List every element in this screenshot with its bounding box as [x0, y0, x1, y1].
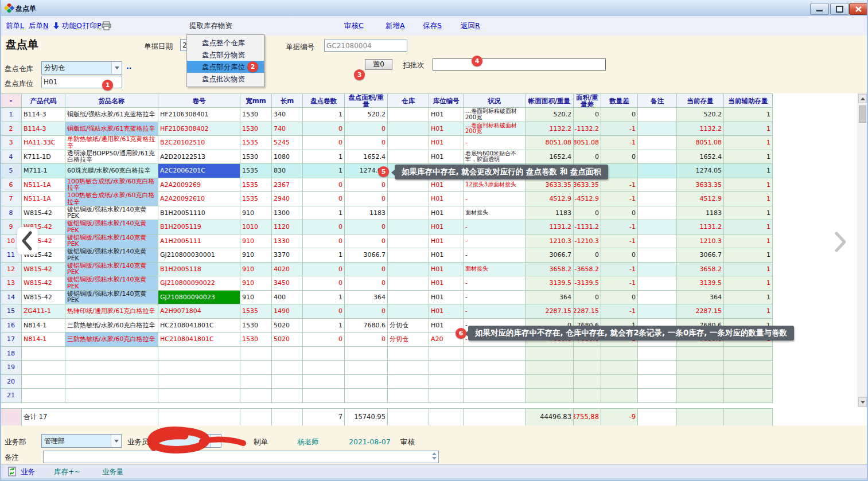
back-button[interactable]: 返回R — [461, 21, 480, 31]
cell-area[interactable]: 0 — [345, 122, 388, 136]
table-row[interactable]: 4K711-1D透明涂层BOPP50/通用胶/61克白格拉辛A2D2012251… — [0, 150, 773, 165]
cell-qd[interactable]: -1 — [601, 178, 638, 193]
cell-qty[interactable]: 0 — [303, 333, 345, 347]
table-row[interactable]: 14W815-42镀铝铜版/强粘水胶/140克黄PEKGJ21080009002… — [0, 291, 773, 305]
cell-roll[interactable]: A2A2009269 — [158, 178, 240, 193]
cell-w[interactable]: 1010 — [240, 220, 272, 234]
cell-book[interactable]: 3066.7 — [526, 248, 574, 263]
cell-aux[interactable] — [724, 347, 773, 361]
cell-roll[interactable]: B1H2005118 — [158, 263, 240, 277]
cell-l[interactable]: 5020 — [272, 319, 303, 333]
cell-wh[interactable] — [388, 389, 429, 403]
cell-l[interactable]: 830 — [272, 164, 303, 178]
total-wh[interactable] — [388, 409, 429, 426]
cell-st[interactable]: - — [464, 276, 526, 291]
cell-code[interactable]: N814-1 — [22, 333, 65, 347]
cell-l[interactable]: 1300 — [272, 206, 303, 221]
table-row[interactable]: 6N511-1A100热敏合成纸/水胶/60克白格拉辛A2A2009269153… — [0, 178, 773, 193]
cell-area[interactable]: 0 — [345, 276, 388, 291]
cell-qd[interactable] — [601, 361, 638, 375]
column-header[interactable]: 帐面面积/重量 — [526, 93, 574, 108]
table-row[interactable]: 8W815-42镀铝铜版/强粘水胶/140克黄PEKB1H20051110910… — [0, 206, 773, 221]
cell-w[interactable] — [240, 361, 272, 375]
cell-n[interactable]: 2 — [1, 122, 22, 136]
cell-qty[interactable]: 0 — [303, 122, 345, 136]
cell-area[interactable]: 0 — [345, 263, 388, 277]
column-header[interactable]: 长m — [272, 93, 303, 108]
cell-area[interactable]: 0 — [345, 178, 388, 193]
cell-aux[interactable]: 1 — [724, 263, 773, 277]
cell-n[interactable]: 6 — [1, 178, 22, 193]
cell-roll[interactable]: GJ210800030001 — [158, 248, 240, 263]
cell-aux[interactable]: 1 — [724, 206, 773, 221]
cell-wh[interactable] — [388, 276, 429, 291]
column-header[interactable]: 货品名称 — [65, 93, 158, 108]
cell-aux[interactable]: 1 — [724, 164, 773, 178]
cell-note[interactable] — [638, 389, 677, 403]
cell-code[interactable]: W815-42 — [22, 263, 65, 277]
warehouse-more-link[interactable]: .. — [126, 62, 132, 71]
cell-name[interactable]: 镀铝铜版/强粘水胶/140克黄PEK — [65, 276, 158, 291]
cell-note[interactable] — [638, 248, 677, 263]
cell-qty[interactable]: 0 — [303, 178, 345, 193]
prev-button[interactable]: 前单L — [6, 21, 24, 31]
cell-loc[interactable]: H01 — [429, 150, 464, 165]
cell-ad[interactable] — [574, 375, 601, 389]
cell-qd[interactable]: -1 — [601, 276, 638, 291]
cell-loc[interactable]: H01 — [429, 136, 464, 150]
cell-code[interactable] — [22, 347, 65, 361]
cell-area[interactable]: 0 — [345, 136, 388, 150]
cell-n[interactable]: 19 — [1, 361, 22, 375]
cell-aux[interactable]: 1 — [724, 150, 773, 165]
cell-code[interactable] — [22, 361, 65, 375]
cell-name[interactable]: 镀铝铜版/强粘水胶/140克黄PEK — [65, 234, 158, 249]
cell-qty[interactable]: 1 — [303, 319, 345, 333]
cell-w[interactable]: 1530 — [240, 333, 272, 347]
cell-book[interactable]: 8051.08 — [526, 136, 574, 150]
cell-st[interactable]: 面材接头 — [464, 206, 526, 221]
cell-wh[interactable] — [388, 263, 429, 277]
cell-roll[interactable]: A2H9071804 — [158, 304, 240, 319]
cell-stk[interactable]: 8051.08 — [677, 136, 724, 150]
cell-roll[interactable]: B2C20102510 — [158, 136, 240, 150]
menu-item-4[interactable]: 盘点批次物资 — [187, 73, 264, 85]
table-row[interactable]: 10W815-42镀铝铜版/强粘水胶/140克黄PEKA1H2005111910… — [0, 234, 773, 249]
table-row[interactable]: 13W815-42镀铝铜版/强粘水胶/140克黄PEKGJ21080009002… — [0, 276, 773, 291]
cell-area[interactable]: 7680.6 — [345, 319, 388, 333]
cell-l[interactable] — [272, 361, 303, 375]
cell-stk[interactable]: 2287.15 — [677, 304, 724, 319]
cell-w[interactable]: 1535 — [240, 164, 272, 178]
cell-loc[interactable]: H01 — [429, 291, 464, 305]
cell-qty[interactable] — [303, 347, 345, 361]
cell-name[interactable]: 镀铝铜版/强粘水胶/140克黄PEK — [65, 263, 158, 277]
cell-w[interactable]: 1535 — [240, 178, 272, 193]
cell-qty[interactable]: 1 — [303, 206, 345, 221]
cell-roll[interactable]: B1H2005119 — [158, 220, 240, 234]
cell-st[interactable] — [464, 375, 526, 389]
cell-qd[interactable] — [601, 389, 638, 403]
cell-book[interactable]: 3633.35 — [526, 178, 574, 193]
cell-l[interactable]: 5020 — [272, 333, 303, 347]
cell-w[interactable]: 910 — [240, 263, 272, 277]
total-st[interactable] — [464, 409, 526, 426]
cell-qd[interactable]: -1 — [601, 220, 638, 234]
cell-roll[interactable] — [158, 361, 240, 375]
cell-note[interactable] — [638, 291, 677, 305]
cell-loc[interactable]: H01 — [429, 178, 464, 193]
cell-qty[interactable]: 1 — [303, 150, 345, 165]
cell-roll[interactable] — [158, 389, 240, 403]
column-header[interactable]: 产品代码 — [22, 93, 65, 108]
cell-roll[interactable]: HC2108041801C — [158, 333, 240, 347]
extract-button[interactable]: 提取库存物资 — [189, 21, 232, 31]
cell-stk[interactable]: 3139.5 — [677, 276, 724, 291]
total-aux[interactable] — [724, 409, 773, 426]
cell-stk[interactable]: 1183 — [677, 206, 724, 221]
table-row[interactable]: 9W815-42镀铝铜版/强粘水胶/140克黄PEKB1H20051191010… — [0, 220, 773, 234]
cell-wh[interactable] — [388, 150, 429, 165]
cell-name[interactable]: 热转印纸/通用胶/61克白格拉辛 — [65, 304, 158, 319]
nav-left-overlay[interactable] — [17, 227, 38, 255]
cell-w[interactable]: 1530 — [240, 150, 272, 165]
cell-ad[interactable]: -1131.2 — [574, 220, 601, 234]
cell-l[interactable]: 740 — [272, 122, 303, 136]
total-label[interactable]: 合计 17 — [22, 409, 158, 426]
